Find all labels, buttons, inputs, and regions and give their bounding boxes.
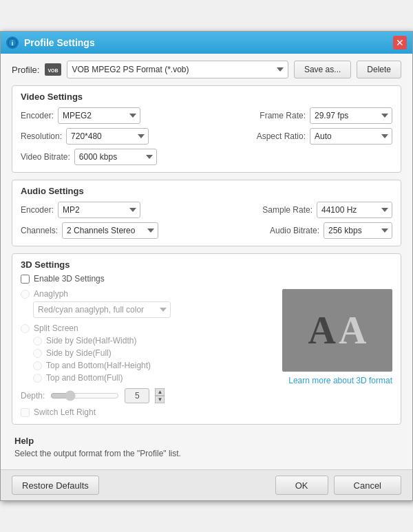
resolution-select[interactable]: 720*480	[66, 128, 149, 145]
depth-label: Depth:	[21, 391, 45, 401]
enable-3d-checkbox[interactable]	[21, 275, 30, 284]
audio-bitrate-label: Audio Bitrate:	[270, 226, 319, 235]
top-bottom-half-label: Top and Bottom(Half-Height)	[46, 361, 151, 370]
aspect-ratio-label: Aspect Ratio:	[257, 131, 306, 141]
ok-button[interactable]: OK	[275, 476, 328, 495]
audio-settings-section: Audio Settings Encoder: MP2 Sample Rate:…	[12, 180, 401, 246]
profile-format-icon: VOB	[45, 63, 61, 76]
window-icon: i	[6, 36, 19, 49]
frame-rate-label: Frame Rate:	[260, 111, 306, 120]
channels-label: Channels:	[21, 226, 58, 235]
video-bitrate-select[interactable]: 6000 kbps	[74, 149, 157, 165]
settings-3d-title: 3D Settings	[21, 259, 392, 270]
profile-select[interactable]: VOB MPEG2 PS Format (*.vob)	[67, 61, 288, 78]
enable-3d-row: Enable 3D Settings	[21, 274, 392, 284]
enable-3d-label: Enable 3D Settings	[34, 274, 105, 284]
sample-rate-select[interactable]: 44100 Hz	[317, 202, 392, 218]
audio-bitrate-select[interactable]: 256 kbps	[324, 222, 392, 239]
profile-row: Profile: VOB VOB MPEG2 PS Format (*.vob)…	[12, 61, 401, 78]
depth-slider[interactable]	[50, 390, 119, 401]
encoder-label: Encoder:	[21, 111, 54, 120]
frame-rate-select[interactable]: 29.97 fps	[310, 107, 392, 124]
3d-preview-inner: A A	[308, 311, 367, 350]
help-section: Help Select the output format from the "…	[12, 432, 401, 462]
video-settings-title: Video Settings	[21, 92, 392, 102]
3d-right-panel: A A Learn more about 3D format	[282, 289, 392, 417]
side-by-side-half-label: Side by Side(Half-Width)	[46, 336, 136, 345]
anaglyph-radio[interactable]	[21, 290, 30, 299]
delete-button[interactable]: Delete	[357, 61, 401, 78]
title-bar: i Profile Settings ✕	[1, 32, 412, 54]
encoder-select[interactable]: MPEG2	[58, 107, 140, 124]
3d-body: Anaglyph Red/cyan anaglyph, full color S…	[21, 289, 392, 417]
switch-left-right-checkbox[interactable]	[21, 408, 30, 417]
depth-arrows: ▲ ▼	[155, 388, 165, 403]
aspect-ratio-select[interactable]: Auto	[310, 128, 392, 145]
split-screen-label: Split Screen	[34, 323, 78, 333]
help-title: Help	[14, 436, 399, 446]
depth-input[interactable]	[125, 388, 149, 403]
video-bitrate-label: Video Bitrate:	[21, 152, 70, 162]
depth-down-arrow[interactable]: ▼	[155, 396, 165, 403]
split-screen-radio[interactable]	[21, 324, 30, 333]
3d-preview: A A	[282, 289, 392, 372]
preview-letter-a1: A	[308, 311, 336, 350]
side-by-side-half-radio[interactable]	[33, 337, 42, 345]
footer-right: OK Cancel	[275, 476, 401, 495]
anaglyph-type-select[interactable]: Red/cyan anaglyph, full color	[33, 301, 171, 318]
top-bottom-full-radio[interactable]	[33, 374, 42, 383]
top-bottom-half-radio[interactable]	[33, 361, 42, 370]
3d-left-panel: Anaglyph Red/cyan anaglyph, full color S…	[21, 289, 274, 417]
resolution-label: Resolution:	[21, 131, 62, 141]
footer: Restore Defaults OK Cancel	[1, 469, 412, 500]
window-title: Profile Settings	[24, 37, 393, 48]
depth-up-arrow[interactable]: ▲	[155, 388, 165, 396]
svg-text:i: i	[12, 40, 14, 47]
audio-settings-title: Audio Settings	[21, 186, 392, 196]
video-settings-section: Video Settings Encoder: MPEG2 Frame Rate…	[12, 85, 401, 173]
anaglyph-label: Anaglyph	[34, 289, 68, 299]
profile-label: Profile:	[12, 65, 39, 75]
settings-3d-section: 3D Settings Enable 3D Settings Anaglyph …	[12, 253, 401, 425]
help-text: Select the output format from the "Profi…	[14, 449, 399, 458]
learn-more-link[interactable]: Learn more about 3D format	[288, 376, 392, 385]
sample-rate-label: Sample Rate:	[262, 205, 313, 215]
restore-defaults-button[interactable]: Restore Defaults	[12, 476, 99, 495]
side-by-side-full-radio[interactable]	[33, 349, 42, 358]
profile-settings-window: i Profile Settings ✕ Profile: VOB VOB MP…	[0, 31, 413, 501]
channels-select[interactable]: 2 Channels Stereo	[62, 222, 158, 239]
cancel-button[interactable]: Cancel	[334, 476, 401, 495]
main-content: Profile: VOB VOB MPEG2 PS Format (*.vob)…	[1, 54, 412, 469]
preview-letter-a2: A	[339, 311, 366, 350]
switch-left-right-label: Switch Left Right	[34, 407, 96, 417]
side-by-side-full-label: Side by Side(Full)	[46, 348, 112, 358]
audio-encoder-select[interactable]: MP2	[58, 202, 140, 218]
svg-text:VOB: VOB	[48, 68, 59, 73]
save-as-button[interactable]: Save as...	[294, 61, 351, 78]
top-bottom-full-label: Top and Bottom(Full)	[46, 373, 123, 383]
close-button[interactable]: ✕	[393, 36, 407, 50]
audio-encoder-label: Encoder:	[21, 205, 54, 215]
